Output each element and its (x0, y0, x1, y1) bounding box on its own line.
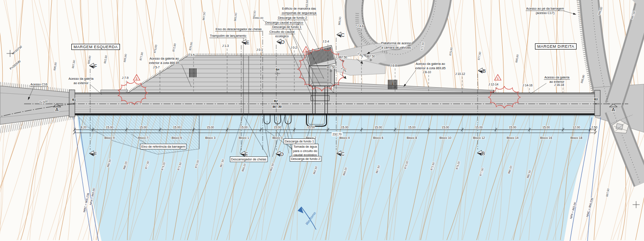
dim-9: 15,00 (374, 126, 382, 129)
joint-J1-3: J 1-3 (222, 44, 229, 47)
edificio-manobra: Edifício de manobra das (282, 7, 316, 11)
dim-12: 15,00 (475, 126, 483, 129)
grate-bars (190, 68, 191, 77)
dim-1: 15,00 (106, 126, 113, 129)
grate-bars (391, 80, 391, 89)
dam-crest (74, 93, 595, 115)
right-abutment-cap (595, 90, 600, 116)
grate-bars (395, 80, 396, 89)
acesso-pe-barragem: Acesso ao pé da barragem (526, 7, 564, 11)
dim-2: 15,00 (139, 126, 147, 129)
acesso-pe-barragem: (acesso C17) (536, 11, 555, 15)
left-bank-title: MARGEM ESQUERDA (71, 44, 120, 50)
right-bank-title: MARGEM DIREITA (535, 43, 577, 50)
spot-elevation: 867,50 (338, 56, 347, 59)
section-D-bottom: D (280, 152, 284, 157)
joint-J4-6: J 4-6 (357, 25, 363, 28)
dim-4: 15,00 (207, 126, 214, 129)
section-B-bottom: B (482, 151, 485, 156)
circuito-caudal: ecológico (275, 34, 289, 38)
joint-J8-10: J 8-10 (423, 71, 431, 74)
block-label: Bloco 3 (205, 136, 215, 139)
edificio-manobra: comportas de segurança (282, 11, 316, 15)
descarga-fundo-1-top: Descarga de fundo 1 (272, 25, 302, 29)
eixo-referencia: Eixo de referência da barragem (141, 145, 186, 149)
section-E-bottom: E (245, 152, 248, 157)
grate-bars (389, 80, 390, 89)
joint-J14-16: J 14-16 (523, 84, 533, 87)
acesso-galeria-869: exterior à cota 869,85 (415, 66, 446, 70)
block-label: Bloco 12 (473, 136, 485, 139)
block-label: Bloco 14 (507, 136, 518, 139)
grate-bars (388, 80, 389, 89)
dim-5: 15,00 (240, 126, 248, 129)
grate-bars (391, 80, 392, 89)
acesso-galeria-dir: ao exterior (549, 80, 565, 84)
revision-number: 5 (136, 77, 137, 80)
joint-J12-14: J 12-14 (489, 83, 499, 86)
section-D-top: D (281, 39, 285, 45)
section-A-right: A (612, 107, 615, 112)
block-label: Bloco 10 (440, 136, 451, 139)
joint-J6-8: J 6-8 (390, 64, 397, 67)
grate-bars (194, 68, 195, 77)
joint-J0-1: J 0-1 (256, 48, 263, 51)
section-F-bottom: F (94, 151, 97, 156)
section-C-top: C (341, 32, 345, 38)
block-label: Bloco 8 (407, 136, 417, 139)
revision-number: 5 (497, 77, 499, 80)
dim-10: 15,00 (408, 126, 415, 129)
descarga-caudal-ecologico: Descarga caudal ecológico (265, 21, 303, 25)
dim-6: 15,00 (274, 126, 281, 129)
spot-elevation: 867,50 (366, 55, 375, 58)
block-label: Bloco 9 (105, 136, 115, 139)
block-label: Bloco 5 (172, 136, 182, 139)
descarregador-cheias: Descarregador de cheias (231, 157, 267, 161)
axis-point-B4: B4 (276, 68, 280, 71)
block-label: Bloco 18 (570, 136, 582, 139)
plan-svg: 8,2015,0015,0015,0015,0015,0015,0015,001… (0, 0, 644, 241)
grate-bars (189, 68, 190, 77)
acesso-galeria-esq: ao exterior (74, 81, 89, 85)
acesso-galeria-866: Acesso da galeria ao (149, 57, 179, 60)
dim-11: 15,00 (442, 126, 449, 129)
section-E-top: E (246, 40, 249, 45)
axis-point-B1: B1 (72, 98, 76, 101)
joint-J5-7: J 5-7 (153, 66, 159, 69)
eixo-descarregador: Eixo do descarregador de cheias (215, 27, 261, 31)
dam-plan-drawing: 8,2015,0015,0015,0015,0015,0015,0015,001… (0, 0, 644, 241)
plataforma-acesso: Plataforma de acesso (381, 41, 412, 45)
dim-7: 15,00 (307, 126, 315, 129)
block-label: Bloco 4 (340, 136, 350, 139)
grate-bars (196, 68, 197, 77)
joint-J2-4: J 2-4 (322, 40, 329, 43)
tomada-agua: Tomada de água (293, 145, 317, 149)
plataforma-acesso: à câmara de válvulas (381, 46, 411, 50)
descarga-fundo-1-bot: Descarga de fundo 1 (285, 139, 314, 143)
axis-point-B3: B3 (594, 98, 598, 101)
descarga-fundo-2-top: Descarga de fundo 2 (278, 16, 307, 20)
block-label: Bloco 16 (540, 136, 552, 139)
dim-16: 2,50 (591, 126, 597, 129)
spot-elevation: 867,50 (327, 66, 335, 69)
elevation-label: 860,00 (255, 16, 264, 19)
section-B-top: B (482, 68, 486, 74)
acesso-galeria-dir: Acesso da galeria (544, 75, 569, 79)
dim-0: 8,20 (81, 126, 86, 129)
grate-bars (397, 80, 398, 89)
block-label: Bloco 1 (239, 136, 249, 139)
joint-J7-9: J 7-9 (122, 76, 128, 79)
crest-elevation: 867,50 (273, 105, 282, 109)
tomada-agua: para o circuito do (293, 149, 317, 153)
acesso-galeria-866: exterior à cota 866.85 (149, 61, 179, 65)
acesso-galeria-esq: Acesso da galeria (68, 77, 93, 81)
grate-bars (192, 68, 193, 77)
dim-13: 15,00 (509, 126, 516, 129)
joint-J3-5: J 3-5 (188, 53, 194, 57)
dim-8: 15,00 (341, 126, 348, 129)
circuito-caudal: Circuito do caudal (269, 30, 295, 34)
dim-14: 15,00 (542, 126, 550, 129)
revision-number: 5 (305, 49, 307, 52)
dim-3: 15,00 (173, 126, 180, 129)
axis-point-B2: B2 (274, 99, 278, 103)
